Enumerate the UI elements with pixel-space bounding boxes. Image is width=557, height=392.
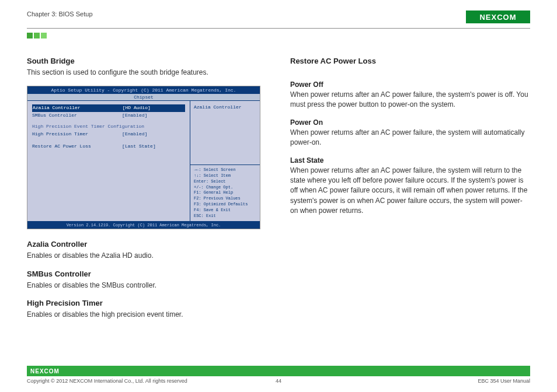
bios-group-hpt: High Precision Event Timer Configuration	[32, 123, 185, 131]
bios-row-hpt-key: High Precision Timer	[32, 131, 122, 138]
bios-screenshot: Aptio Setup Utility - Copyright (C) 2011…	[27, 86, 260, 229]
right-column: Restore AC Power Loss Power Off When pow…	[290, 57, 530, 328]
heading-power-on: Power On	[290, 118, 530, 127]
footer-page-number: 44	[27, 378, 530, 384]
bios-settings-pane: Azalia Controller [HD Audio] SMBus Contr…	[27, 101, 190, 221]
bios-row-azalia-key: Azalia Controller	[32, 104, 122, 112]
bios-row-smbus-val: [Enabled]	[122, 112, 185, 120]
heading-restore: Restore AC Power Loss	[290, 57, 530, 65]
text-south-bridge: This section is used to configure the so…	[27, 68, 267, 78]
page-footer: NEXCOM Copyright © 2012 NEXCOM Internati…	[27, 366, 530, 384]
text-smbus: Enables or disables the SMBus controller…	[27, 281, 267, 290]
bios-row-hpt-val: [Enabled]	[122, 131, 185, 138]
text-power-off: When power returns after an AC power fai…	[290, 90, 530, 110]
bios-footer: Version 2.14.1219. Copyright (C) 2011 Am…	[27, 222, 260, 229]
bios-tab: Chipset	[27, 94, 260, 100]
heading-smbus: SMBus Controller	[27, 270, 267, 278]
bios-help-keys: →←: Select Screen ↑↓: Select Item Enter:…	[190, 165, 260, 221]
text-hpt: Enables or disables the high precision e…	[27, 310, 267, 320]
heading-last-state: Last State	[290, 156, 530, 164]
decorative-squares	[27, 32, 530, 40]
heading-hpt: High Precision Timer	[27, 299, 267, 307]
bios-row-azalia-val: [HD Audio]	[122, 104, 185, 112]
left-column: South Bridge This section is used to con…	[27, 57, 267, 328]
text-last-state: When power returns after an AC power fai…	[290, 166, 530, 216]
text-power-on: When power returns after an AC power fai…	[290, 128, 530, 148]
brand-logo: NEXCOM	[466, 10, 530, 23]
heading-south-bridge: South Bridge	[27, 57, 267, 65]
bios-row-smbus-key: SMBus Controller	[32, 112, 122, 120]
heading-azalia: Azalia Controller	[27, 240, 267, 249]
bios-row-restore-key: Restore AC Power Loss	[32, 143, 122, 150]
bios-help-title: Azalia Controller	[190, 101, 260, 165]
bios-row-restore-val: [Last State]	[122, 143, 185, 150]
text-azalia: Enables or disables the Azalia HD audio.	[27, 251, 267, 261]
chapter-title: Chapter 3: BIOS Setup	[27, 10, 93, 18]
heading-power-off: Power Off	[290, 80, 530, 89]
footer-green-bar: NEXCOM	[27, 366, 530, 376]
bios-title: Aptio Setup Utility - Copyright (C) 2011…	[27, 86, 260, 94]
header-rule	[27, 28, 530, 29]
footer-logo: NEXCOM	[30, 368, 60, 374]
